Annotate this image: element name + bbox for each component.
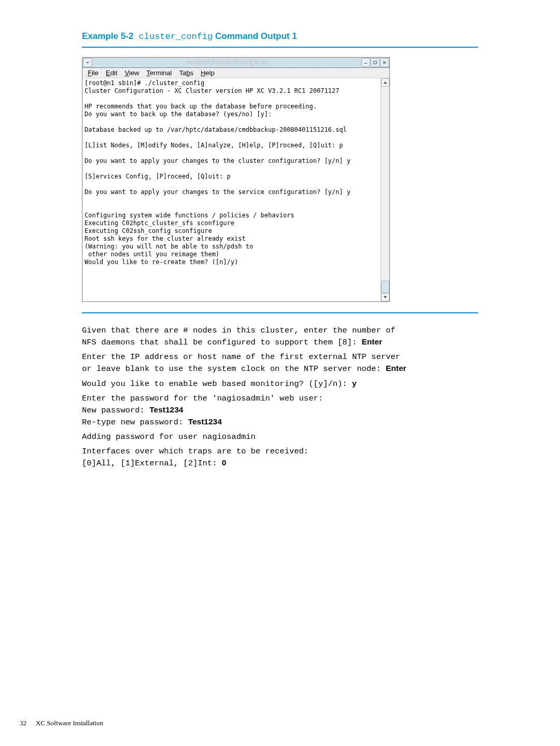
body-text: Given that there are # nodes in this clu…: [82, 325, 478, 469]
close-button[interactable]: [380, 58, 389, 67]
window-menu-dropdown[interactable]: [83, 58, 92, 67]
scroll-track[interactable]: [381, 87, 389, 293]
body-line-text: Re-type new password:: [82, 418, 188, 427]
triangle-down-icon: [383, 295, 387, 299]
body-line-text: New password:: [82, 406, 149, 415]
footer-title: XC Software Installation: [36, 719, 103, 727]
body-line: Would you like to enable web based monit…: [82, 378, 478, 390]
terminal-body-wrap: [root@n1 sbin]# ./cluster_config Cluster…: [82, 78, 389, 301]
user-input: Test1234: [149, 405, 183, 414]
window-title: root@n1:/opt/hptc/config/sbin: [93, 58, 360, 67]
minimize-button[interactable]: [361, 58, 370, 67]
chevron-down-icon: [86, 61, 90, 65]
svg-rect-1: [374, 61, 376, 64]
body-line: or leave blank to use the system clock o…: [82, 363, 478, 375]
scroll-thumb[interactable]: [381, 281, 389, 293]
body-line-text: Enter the IP address or host name of the…: [82, 352, 400, 362]
body-line-text: Would you like to enable web based monit…: [82, 379, 352, 389]
body-line-text: [0]All, [1]External, [2]Int:: [82, 459, 222, 468]
maximize-button[interactable]: [371, 58, 380, 67]
body-line: NFS daemons that shall be configured to …: [82, 336, 478, 348]
terminal-output[interactable]: [root@n1 sbin]# ./cluster_config Cluster…: [82, 78, 381, 301]
terminal-window: root@n1:/opt/hptc/config/sbin FileEditVi…: [82, 57, 390, 302]
user-input: Test1234: [188, 417, 222, 426]
body-line-text: Interfaces over which traps are to be re…: [82, 447, 309, 456]
page-number: 32: [20, 719, 26, 727]
divider-bottom: [82, 312, 478, 313]
user-input: Enter: [362, 337, 383, 346]
body-line-text: Given that there are # nodes in this clu…: [82, 326, 396, 335]
divider-top: [82, 47, 478, 48]
scroll-up-button[interactable]: [381, 78, 389, 87]
body-line: Adding password for user nagiosadmin: [82, 431, 478, 443]
user-input: Enter: [386, 364, 407, 372]
menu-terminal[interactable]: Terminal: [146, 69, 172, 77]
example-suffix: Command Output 1: [213, 31, 297, 41]
body-line-text: or leave blank to use the system clock o…: [82, 364, 386, 374]
menu-file[interactable]: File: [88, 69, 99, 77]
scroll-down-button[interactable]: [381, 293, 389, 301]
menu-bar: FileEditViewTerminalTabsHelp: [82, 68, 389, 78]
body-line: Given that there are # nodes in this clu…: [82, 325, 478, 336]
menu-tabs[interactable]: Tabs: [179, 69, 193, 77]
body-line: New password: Test1234: [82, 404, 478, 416]
body-line: Enter the IP address or host name of the…: [82, 351, 478, 363]
example-title: Example 5-2 cluster_config Command Outpu…: [82, 31, 478, 42]
menu-view[interactable]: View: [124, 69, 139, 77]
body-line-text: NFS daemons that shall be configured to …: [82, 338, 362, 347]
body-line-text: Enter the password for the 'nagiosadmin'…: [82, 394, 323, 403]
window-buttons: [361, 58, 389, 67]
minimize-icon: [363, 60, 368, 65]
maximize-icon: [373, 60, 377, 65]
body-line: Interfaces over which traps are to be re…: [82, 446, 478, 457]
title-bar: root@n1:/opt/hptc/config/sbin: [82, 58, 389, 68]
example-label: Example 5-2: [82, 31, 133, 41]
user-input: y: [352, 379, 357, 388]
menu-help[interactable]: Help: [201, 69, 215, 77]
scrollbar[interactable]: [381, 78, 389, 301]
body-line: Enter the password for the 'nagiosadmin'…: [82, 393, 478, 404]
body-line: [0]All, [1]External, [2]Int: 0: [82, 457, 478, 469]
example-cmd: cluster_config: [133, 32, 213, 42]
close-icon: [382, 60, 387, 65]
triangle-up-icon: [383, 80, 387, 85]
page-footer: 32XC Software Installation: [20, 719, 103, 727]
menu-edit[interactable]: Edit: [106, 69, 117, 77]
user-input: 0: [222, 458, 227, 467]
body-line: Re-type new password: Test1234: [82, 416, 478, 428]
body-line-text: Adding password for user nagiosadmin: [82, 432, 256, 441]
